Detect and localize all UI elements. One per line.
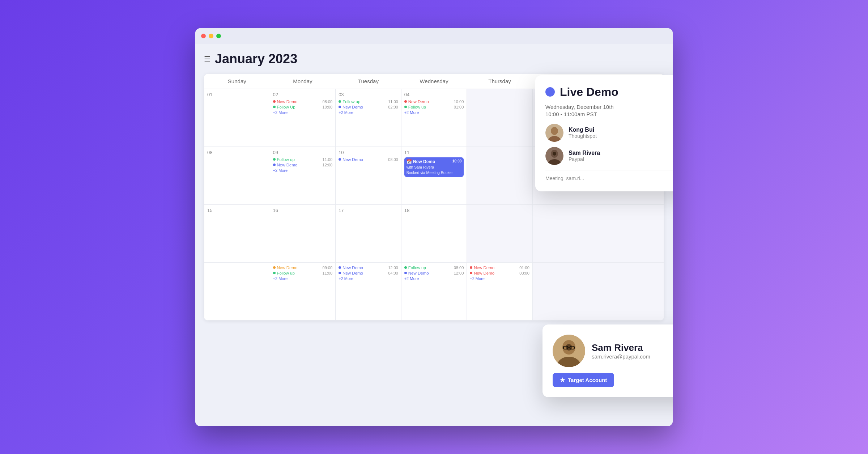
cell-04: 04 New Demo 10:00 Follow up 01:00 +2 Mor… bbox=[401, 89, 467, 147]
list-item[interactable]: Follow up 11:00 bbox=[273, 271, 333, 275]
event-dot-green bbox=[273, 106, 276, 108]
attendee-name-kong: Kong Bui bbox=[569, 127, 597, 133]
avatar-kong bbox=[545, 124, 563, 142]
cell-17: 17 bbox=[336, 204, 401, 262]
titlebar bbox=[195, 28, 673, 44]
more-link[interactable]: +2 More bbox=[470, 276, 529, 281]
attendee-info-sam: Sam Rivera Paypal bbox=[569, 150, 600, 162]
more-link[interactable]: +2 More bbox=[273, 276, 333, 281]
popup-live-demo: × Live Demo Wednesday, December 10th 10:… bbox=[535, 75, 673, 191]
calendar-week-3: 15 16 17 18 bbox=[204, 204, 664, 262]
list-item[interactable]: New Demo 09:00 bbox=[273, 266, 333, 270]
list-item[interactable]: New Demo 10:00 bbox=[404, 99, 464, 104]
list-item[interactable]: New Demo 12:00 bbox=[404, 271, 464, 275]
more-link[interactable]: +2 More bbox=[404, 276, 464, 281]
event-dot-blue bbox=[339, 158, 341, 161]
attendee-company-sam: Paypal bbox=[569, 156, 600, 162]
event-dot-blue bbox=[339, 266, 341, 269]
cell-23: New Demo 09:00 Follow up 11:00 +2 More bbox=[270, 262, 336, 320]
cell-26: New Demo 01:00 New Demo 03:00 +2 More bbox=[467, 262, 533, 320]
cell-09: 09 Follow up 11:00 New Demo 12:00 +2 Mor… bbox=[270, 147, 336, 204]
event-dot-blue bbox=[404, 272, 407, 274]
avatar-sam-large bbox=[553, 335, 585, 367]
list-item[interactable]: New Demo 04:00 bbox=[339, 271, 398, 275]
cell-02: 02 New Demo 08:00 Follow Up 10:00 +2 Mor… bbox=[270, 89, 336, 147]
list-item[interactable]: New Demo 12:00 bbox=[339, 266, 398, 270]
list-item[interactable]: Follow up 08:00 bbox=[404, 266, 464, 270]
cell-21 bbox=[598, 204, 664, 262]
list-item[interactable]: Follow up 01:00 bbox=[404, 105, 464, 109]
target-account-label: Target Account bbox=[568, 377, 607, 383]
more-link[interactable]: +2 More bbox=[273, 110, 333, 115]
list-item[interactable]: New Demo 08:00 bbox=[273, 99, 333, 104]
meeting-email: sam.ri... bbox=[566, 175, 584, 181]
maximize-dot[interactable] bbox=[216, 34, 221, 38]
list-item[interactable]: New Demo 08:00 bbox=[339, 157, 398, 162]
list-item[interactable]: New Demo 03:00 bbox=[470, 271, 529, 275]
list-item[interactable]: New Demo 12:00 bbox=[273, 163, 333, 167]
event-dot-green bbox=[404, 266, 407, 269]
day-header-monday: Monday bbox=[270, 74, 336, 89]
svg-point-6 bbox=[553, 152, 556, 156]
popup-date: Wednesday, December 10th bbox=[545, 104, 673, 110]
close-dot[interactable] bbox=[201, 34, 206, 38]
cell-25: Follow up 08:00 New Demo 12:00 +2 More bbox=[401, 262, 467, 320]
popup-event-title: Live Demo bbox=[560, 85, 618, 99]
more-link[interactable]: +2 More bbox=[339, 276, 398, 281]
popup-sam-card: Sam Rivera sam.rivera@paypal.com ★ Targe… bbox=[542, 324, 673, 397]
calendar-title: January 2023 bbox=[215, 51, 297, 67]
list-item[interactable]: Follow up 11:00 bbox=[273, 157, 333, 162]
day-header-sunday: Sunday bbox=[204, 74, 270, 89]
more-link[interactable]: +2 More bbox=[273, 168, 333, 173]
popup-event-dot bbox=[545, 87, 555, 97]
popup-title-row: Live Demo bbox=[545, 85, 673, 99]
calendar-header: ☰ January 2023 bbox=[204, 51, 664, 67]
cell-08: 08 bbox=[204, 147, 270, 204]
cell-03: 03 Follow up 11:00 New Demo 02:00 +2 Mor… bbox=[336, 89, 401, 147]
event-dot-blue bbox=[339, 106, 341, 108]
cell-27 bbox=[532, 262, 598, 320]
meeting-label: Meeting bbox=[545, 175, 565, 181]
list-item[interactable]: New Demo 01:00 bbox=[470, 266, 529, 270]
svg-point-1 bbox=[551, 127, 558, 135]
calendar-week-4: New Demo 09:00 Follow up 11:00 +2 More bbox=[204, 262, 664, 320]
sam-card-info: Sam Rivera sam.rivera@paypal.com bbox=[592, 342, 650, 360]
event-dot-red bbox=[470, 272, 472, 274]
popup-meeting-info: Meeting sam.ri... bbox=[545, 170, 673, 181]
event-dot-red bbox=[273, 100, 276, 103]
minimize-dot[interactable] bbox=[209, 34, 213, 38]
avatar-sam-mini bbox=[545, 147, 563, 165]
cell-10: 10 New Demo 08:00 bbox=[336, 147, 401, 204]
svg-point-10 bbox=[566, 344, 572, 351]
cell-18: 18 bbox=[401, 204, 467, 262]
attendee-kong: Kong Bui Thoughtspot bbox=[545, 124, 673, 142]
target-account-button[interactable]: ★ Target Account bbox=[553, 373, 614, 387]
day-header-thursday: Thursday bbox=[467, 74, 533, 89]
day-header-tuesday: Tuesday bbox=[336, 74, 401, 89]
more-link[interactable]: +2 More bbox=[339, 110, 398, 115]
attendee-name-sam: Sam Rivera bbox=[569, 150, 600, 156]
event-dot-blue bbox=[339, 272, 341, 274]
event-dot-green bbox=[273, 158, 276, 161]
event-dot-red bbox=[470, 266, 472, 269]
list-item[interactable]: Follow up 11:00 bbox=[339, 99, 398, 104]
cell-24: New Demo 12:00 New Demo 04:00 +2 More bbox=[336, 262, 401, 320]
cell-11: 11 📅 New Demo 10:00 with Sam Rivera Book… bbox=[401, 147, 467, 204]
cell-19 bbox=[467, 204, 533, 262]
more-link[interactable]: +2 More bbox=[404, 110, 464, 115]
sam-card-name: Sam Rivera bbox=[592, 342, 650, 353]
menu-icon[interactable]: ☰ bbox=[204, 55, 210, 63]
event-block-sub2: Booked via Meeting Booker bbox=[407, 170, 462, 175]
cell-05 bbox=[467, 89, 533, 147]
event-block-demo[interactable]: 📅 New Demo 10:00 with Sam Rivera Booked … bbox=[404, 157, 464, 177]
list-item[interactable]: New Demo 02:00 bbox=[339, 105, 398, 109]
event-dot-orange bbox=[273, 266, 276, 269]
attendee-company-kong: Thoughtspot bbox=[569, 133, 597, 139]
sam-card-email: sam.rivera@paypal.com bbox=[592, 353, 650, 360]
list-item[interactable]: Follow Up 10:00 bbox=[273, 105, 333, 109]
app-window: ☰ January 2023 Sunday Monday Tuesday Wed… bbox=[195, 28, 673, 426]
event-dot-green bbox=[404, 106, 407, 108]
star-icon: ★ bbox=[560, 377, 565, 383]
day-header-wednesday: Wednesday bbox=[401, 74, 467, 89]
event-block-sub: with Sam Rivera bbox=[407, 165, 462, 170]
